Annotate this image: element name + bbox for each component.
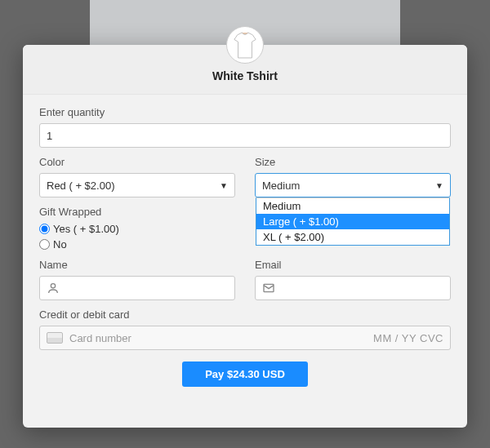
product-thumbnail [226,26,264,64]
quantity-row: Enter quantity [39,106,451,148]
gift-yes-radio[interactable] [39,224,50,234]
size-selected-value: Medium [262,180,300,192]
name-email-row: Name Email [39,259,451,300]
color-label: Color [39,156,235,168]
email-input-wrap[interactable] [255,276,451,300]
mail-icon [262,282,275,295]
name-input[interactable] [65,277,228,299]
name-input-wrap[interactable] [39,276,235,300]
card-expiry-cvc-placeholder: MM / YY CVC [373,332,443,344]
chevron-down-icon: ▼ [220,181,228,190]
tshirt-icon [233,30,257,60]
card-label: Credit or debit card [39,308,451,321]
name-label: Name [39,259,235,271]
gift-yes-label: Yes ( + $1.00) [53,223,119,235]
card-row: Credit or debit card Card number MM / YY… [39,308,451,350]
checkout-modal: White Tshirt Enter quantity Color Red ( … [23,45,467,428]
quantity-input[interactable] [39,123,451,148]
email-col: Email [255,259,451,300]
size-option-medium[interactable]: Medium [256,198,449,214]
email-label: Email [255,259,451,271]
email-input[interactable] [280,277,443,299]
size-col: Size Medium ▼ Medium Large ( + $1.00) XL… [255,156,451,197]
card-icon [47,332,63,344]
card-number-placeholder: Card number [69,332,367,344]
modal-body: Enter quantity Color Red ( + $2.00) ▼ Si… [23,95,467,395]
size-option-xl[interactable]: XL ( + $2.00) [256,229,449,245]
gift-no-label: No [53,238,67,251]
svg-point-0 [51,284,55,288]
product-title: White Tshirt [23,69,467,82]
chevron-down-icon: ▼ [435,181,443,190]
person-icon [47,282,60,295]
size-option-large[interactable]: Large ( + $1.00) [256,214,449,229]
size-select[interactable]: Medium ▼ Medium Large ( + $1.00) XL ( + … [255,173,451,197]
color-col: Color Red ( + $2.00) ▼ [39,156,235,197]
color-select[interactable]: Red ( + $2.00) ▼ [39,173,235,197]
color-selected-value: Red ( + $2.00) [47,180,114,192]
name-col: Name [39,259,235,300]
gift-no-radio[interactable] [39,239,50,250]
card-input[interactable]: Card number MM / YY CVC [39,326,451,350]
color-size-row: Color Red ( + $2.00) ▼ Size Medium ▼ Med… [39,156,451,197]
size-dropdown: Medium Large ( + $1.00) XL ( + $2.00) [256,197,450,246]
quantity-label: Enter quantity [39,106,451,118]
pay-button[interactable]: Pay $24.30 USD [182,362,308,387]
size-label: Size [255,156,451,168]
